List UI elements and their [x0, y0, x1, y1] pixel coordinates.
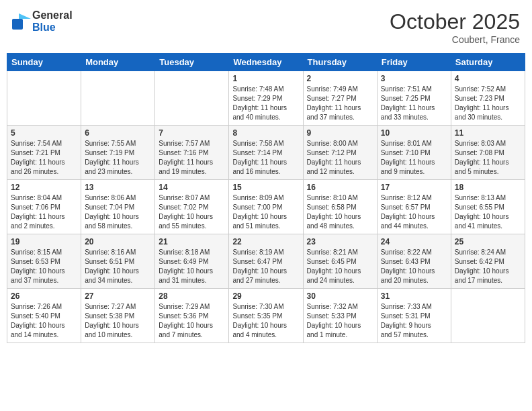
svg-rect-0 [12, 19, 23, 30]
day-number: 1 [232, 74, 299, 83]
day-info: Sunrise: 7:48 AM Sunset: 7:29 PM Dayligh… [232, 85, 299, 122]
calendar-cell: 29Sunrise: 7:30 AM Sunset: 5:35 PM Dayli… [229, 289, 303, 343]
calendar-cell: 30Sunrise: 7:32 AM Sunset: 5:33 PM Dayli… [303, 289, 377, 343]
title-block: October 2025 Coubert, France [390, 9, 520, 45]
calendar-cell: 21Sunrise: 8:18 AM Sunset: 6:49 PM Dayli… [155, 234, 229, 289]
day-info: Sunrise: 7:57 AM Sunset: 7:16 PM Dayligh… [159, 139, 225, 177]
weekday-header: Tuesday [155, 54, 229, 71]
calendar-cell: 26Sunrise: 7:26 AM Sunset: 5:40 PM Dayli… [7, 289, 81, 343]
day-number: 21 [159, 237, 225, 246]
day-info: Sunrise: 7:58 AM Sunset: 7:14 PM Dayligh… [232, 139, 299, 177]
calendar-cell: 3Sunrise: 7:51 AM Sunset: 7:25 PM Daylig… [377, 71, 451, 126]
calendar-cell [451, 289, 525, 343]
day-info: Sunrise: 8:16 AM Sunset: 6:51 PM Dayligh… [85, 248, 151, 285]
day-info: Sunrise: 8:10 AM Sunset: 6:58 PM Dayligh… [307, 193, 373, 231]
day-number: 20 [85, 237, 151, 246]
calendar-cell: 1Sunrise: 7:48 AM Sunset: 7:29 PM Daylig… [229, 71, 303, 126]
calendar-cell: 10Sunrise: 8:01 AM Sunset: 7:10 PM Dayli… [377, 126, 451, 180]
day-number: 27 [85, 291, 151, 301]
day-info: Sunrise: 7:26 AM Sunset: 5:40 PM Dayligh… [11, 302, 77, 340]
day-info: Sunrise: 7:51 AM Sunset: 7:25 PM Dayligh… [381, 85, 447, 122]
calendar-cell: 15Sunrise: 8:09 AM Sunset: 7:00 PM Dayli… [229, 180, 303, 234]
calendar-cell: 8Sunrise: 7:58 AM Sunset: 7:14 PM Daylig… [229, 126, 303, 180]
day-info: Sunrise: 8:03 AM Sunset: 7:08 PM Dayligh… [455, 139, 521, 177]
day-number: 19 [11, 237, 77, 246]
day-number: 23 [307, 237, 373, 246]
weekday-header: Saturday [451, 54, 525, 71]
day-info: Sunrise: 8:00 AM Sunset: 7:12 PM Dayligh… [307, 139, 373, 177]
calendar-cell: 20Sunrise: 8:16 AM Sunset: 6:51 PM Dayli… [81, 234, 155, 289]
day-number: 26 [11, 291, 77, 301]
day-info: Sunrise: 7:29 AM Sunset: 5:36 PM Dayligh… [159, 302, 225, 340]
page-header: General Blue October 2025 Coubert, Franc… [7, 7, 525, 48]
logo-line1: General [32, 9, 73, 21]
calendar-cell: 12Sunrise: 8:04 AM Sunset: 7:06 PM Dayli… [7, 180, 81, 234]
day-number: 3 [381, 74, 447, 83]
calendar-cell: 17Sunrise: 8:12 AM Sunset: 6:57 PM Dayli… [377, 180, 451, 234]
calendar-week-row: 26Sunrise: 7:26 AM Sunset: 5:40 PM Dayli… [7, 289, 525, 343]
day-info: Sunrise: 7:32 AM Sunset: 5:33 PM Dayligh… [307, 302, 373, 340]
calendar-cell: 9Sunrise: 8:00 AM Sunset: 7:12 PM Daylig… [303, 126, 377, 180]
day-number: 18 [455, 183, 521, 192]
calendar-table: SundayMondayTuesdayWednesdayThursdayFrid… [7, 53, 525, 343]
calendar-cell: 5Sunrise: 7:54 AM Sunset: 7:21 PM Daylig… [7, 126, 81, 180]
calendar-cell: 25Sunrise: 8:24 AM Sunset: 6:42 PM Dayli… [451, 234, 525, 289]
day-info: Sunrise: 7:30 AM Sunset: 5:35 PM Dayligh… [232, 302, 299, 340]
day-info: Sunrise: 8:22 AM Sunset: 6:43 PM Dayligh… [381, 248, 447, 285]
day-info: Sunrise: 8:06 AM Sunset: 7:04 PM Dayligh… [85, 193, 151, 231]
calendar-week-row: 1Sunrise: 7:48 AM Sunset: 7:29 PM Daylig… [7, 71, 525, 126]
day-number: 17 [381, 183, 447, 192]
calendar-week-row: 19Sunrise: 8:15 AM Sunset: 6:53 PM Dayli… [7, 234, 525, 289]
calendar-cell: 16Sunrise: 8:10 AM Sunset: 6:58 PM Dayli… [303, 180, 377, 234]
day-info: Sunrise: 7:33 AM Sunset: 5:31 PM Dayligh… [381, 302, 447, 340]
day-number: 14 [159, 183, 225, 192]
calendar-header-row: SundayMondayTuesdayWednesdayThursdayFrid… [7, 54, 525, 71]
day-number: 4 [455, 74, 521, 83]
calendar-cell: 22Sunrise: 8:19 AM Sunset: 6:47 PM Dayli… [229, 234, 303, 289]
day-number: 29 [232, 291, 299, 301]
day-number: 24 [381, 237, 447, 246]
day-number: 9 [307, 128, 373, 138]
calendar-cell: 27Sunrise: 7:27 AM Sunset: 5:38 PM Dayli… [81, 289, 155, 343]
weekday-header: Wednesday [229, 54, 303, 71]
day-number: 15 [232, 183, 299, 192]
day-info: Sunrise: 7:52 AM Sunset: 7:23 PM Dayligh… [455, 85, 521, 122]
day-number: 30 [307, 291, 373, 301]
day-info: Sunrise: 7:27 AM Sunset: 5:38 PM Dayligh… [85, 302, 151, 340]
day-number: 10 [381, 128, 447, 138]
calendar-cell: 23Sunrise: 8:21 AM Sunset: 6:45 PM Dayli… [303, 234, 377, 289]
day-number: 8 [232, 128, 299, 138]
day-info: Sunrise: 8:07 AM Sunset: 7:02 PM Dayligh… [159, 193, 225, 231]
calendar-cell: 11Sunrise: 8:03 AM Sunset: 7:08 PM Dayli… [451, 126, 525, 180]
calendar-cell: 13Sunrise: 8:06 AM Sunset: 7:04 PM Dayli… [81, 180, 155, 234]
weekday-header: Sunday [7, 54, 81, 71]
day-info: Sunrise: 7:54 AM Sunset: 7:21 PM Dayligh… [11, 139, 77, 177]
day-info: Sunrise: 8:24 AM Sunset: 6:42 PM Dayligh… [455, 248, 521, 285]
day-info: Sunrise: 8:15 AM Sunset: 6:53 PM Dayligh… [11, 248, 77, 285]
day-number: 2 [307, 74, 373, 83]
weekday-header: Friday [377, 54, 451, 71]
day-info: Sunrise: 8:09 AM Sunset: 7:00 PM Dayligh… [232, 193, 299, 231]
day-number: 6 [85, 128, 151, 138]
location: Coubert, France [390, 34, 520, 45]
day-number: 11 [455, 128, 521, 138]
day-number: 5 [11, 128, 77, 138]
weekday-header: Monday [81, 54, 155, 71]
calendar-cell: 4Sunrise: 7:52 AM Sunset: 7:23 PM Daylig… [451, 71, 525, 126]
calendar-cell: 14Sunrise: 8:07 AM Sunset: 7:02 PM Dayli… [155, 180, 229, 234]
calendar-cell: 18Sunrise: 8:13 AM Sunset: 6:55 PM Dayli… [451, 180, 525, 234]
calendar-cell [155, 71, 229, 126]
month-title: October 2025 [390, 9, 520, 34]
day-number: 13 [85, 183, 151, 192]
calendar-cell: 19Sunrise: 8:15 AM Sunset: 6:53 PM Dayli… [7, 234, 81, 289]
calendar-week-row: 12Sunrise: 8:04 AM Sunset: 7:06 PM Dayli… [7, 180, 525, 234]
calendar-cell: 28Sunrise: 7:29 AM Sunset: 5:36 PM Dayli… [155, 289, 229, 343]
calendar-cell: 31Sunrise: 7:33 AM Sunset: 5:31 PM Dayli… [377, 289, 451, 343]
logo-line2: Blue [32, 21, 73, 34]
day-number: 28 [159, 291, 225, 301]
calendar-cell: 7Sunrise: 7:57 AM Sunset: 7:16 PM Daylig… [155, 126, 229, 180]
day-info: Sunrise: 7:49 AM Sunset: 7:27 PM Dayligh… [307, 85, 373, 122]
day-info: Sunrise: 8:18 AM Sunset: 6:49 PM Dayligh… [159, 248, 225, 285]
calendar-cell [7, 71, 81, 126]
day-number: 7 [159, 128, 225, 138]
